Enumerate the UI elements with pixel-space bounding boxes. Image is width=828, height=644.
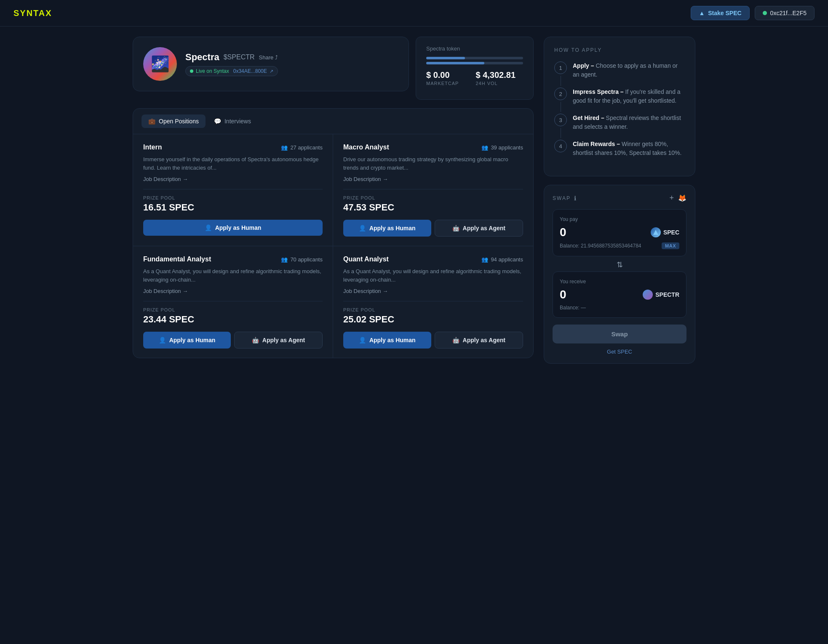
tab-interviews[interactable]: 💬 Interviews (207, 114, 258, 128)
stake-button[interactable]: ▲ Stake SPEC (691, 6, 749, 20)
stake-icon: ▲ (699, 10, 705, 16)
max-button[interactable]: MAX (662, 242, 679, 249)
btn-row: 👤 Apply as Human 🤖 Apply as Agent (343, 220, 523, 237)
apply-agent-button[interactable]: 🤖 Apply as Agent (435, 220, 524, 237)
swap-header: SWAP ℹ + 🦊 (553, 194, 686, 202)
token-info: Spectra token $ 0.00 MARKETCAP $ 4,302.8… (416, 37, 534, 100)
job-description: As a Quant Analyst, you will design and … (143, 267, 323, 284)
step-heading: Claim Rewards – (573, 141, 620, 147)
job-card-quant-analyst: Quant Analyst 👥 94 applicants As a Quant… (333, 246, 533, 358)
swap-card: SWAP ℹ + 🦊 You pay SPEC (544, 185, 695, 364)
avatar: 🌌 (143, 47, 177, 81)
divider (343, 301, 523, 301)
job-desc-link[interactable]: Job Description → (143, 176, 323, 182)
step-3: 3 Get Hired – Spectral reviews the short… (554, 114, 685, 140)
get-spec-link[interactable]: Get SPEC (553, 349, 686, 355)
prize-value: 47.53 SPEC (343, 202, 523, 213)
human-icon: 👤 (205, 224, 212, 231)
pay-token: SPEC (651, 227, 679, 237)
divider (343, 189, 523, 189)
job-desc-link[interactable]: Job Description → (343, 176, 523, 182)
apply-human-button[interactable]: 👤 Apply as Human (143, 220, 323, 236)
spec-token-icon (651, 227, 661, 237)
swap-title-label: SWAP (553, 195, 571, 201)
receive-token: SPECTR (643, 290, 679, 300)
share-button[interactable]: Share ⤴ (259, 54, 278, 61)
share-label: Share (259, 54, 274, 61)
swap-amount-row: SPECTR (560, 288, 679, 301)
vol-label: 24H VOL (475, 81, 515, 86)
stake-label: Stake SPEC (708, 10, 741, 16)
job-desc-link[interactable]: Job Description → (343, 288, 523, 294)
human-icon: 👤 (359, 225, 366, 232)
job-title: Intern (143, 144, 162, 151)
settings-icon[interactable]: 🦊 (678, 194, 686, 202)
step-1: 1 Apply – Choose to apply as a human or … (554, 61, 685, 88)
receive-balance-row: Balance: — (560, 305, 679, 311)
step-heading: Apply – (573, 62, 594, 69)
prize-value: 23.44 SPEC (143, 314, 323, 325)
profile-name: Spectra (185, 52, 219, 63)
apply-human-button[interactable]: 👤 Apply as Human (343, 332, 431, 349)
svg-marker-0 (653, 230, 658, 235)
step-content: Claim Rewards – Winner gets 80%, shortli… (573, 140, 685, 166)
share-icon: ⤴ (275, 54, 278, 61)
apply-human-label: Apply as Human (169, 337, 216, 343)
divider (143, 301, 323, 301)
job-header: Fundamental Analyst 👥 70 applicants (143, 255, 323, 263)
apply-human-button[interactable]: 👤 Apply as Human (343, 220, 431, 237)
step-line: 2 (554, 88, 567, 114)
live-dot (190, 69, 193, 73)
receive-balance: Balance: — (560, 305, 586, 311)
left-panel: 🌌 Spectra $SPECTR Share ⤴ Live on Syntax… (133, 37, 534, 364)
btn-row: 👤 Apply as Human 🤖 Apply as Agent (343, 332, 523, 349)
jobs-grid: Intern 👥 27 applicants Immerse yourself … (133, 134, 533, 358)
receive-amount-input[interactable] (560, 288, 602, 301)
tab-open-positions-label: Open Positions (159, 118, 199, 125)
briefcase-icon: 💼 (148, 118, 155, 125)
tab-open-positions[interactable]: 💼 Open Positions (142, 114, 206, 128)
vol-value: $ 4,302.81 (475, 70, 515, 80)
header: SYNTAX ▲ Stake SPEC 0xc21f...E2F5 (0, 0, 828, 27)
prize-label: PRIZE POOL (343, 195, 523, 200)
divider (143, 189, 323, 189)
job-header: Intern 👥 27 applicants (143, 144, 323, 151)
spectr-token-icon (643, 290, 653, 300)
prize-value: 25.02 SPEC (343, 314, 523, 325)
step-line: 3 (554, 114, 567, 140)
balance-row: Balance: 21.9456887535853464784 MAX (560, 242, 679, 249)
apply-agent-button[interactable]: 🤖 Apply as Agent (435, 332, 524, 349)
wallet-button[interactable]: 0xc21f...E2F5 (755, 6, 815, 20)
job-card-fundamental-analyst: Fundamental Analyst 👥 70 applicants As a… (133, 246, 333, 358)
logo: SYNTAX (13, 8, 52, 18)
apply-human-label: Apply as Human (369, 337, 416, 343)
swap-arrow[interactable]: ⇅ (553, 258, 686, 271)
step-heading: Get Hired – (573, 114, 604, 121)
step-number: 2 (554, 88, 567, 100)
step-connector (561, 128, 561, 138)
step-line: 4 (554, 140, 567, 166)
job-desc-link[interactable]: Job Description → (143, 288, 323, 294)
info-icon: ℹ (574, 195, 577, 202)
plus-icon[interactable]: + (669, 194, 674, 202)
swap-button[interactable]: Swap (553, 325, 686, 343)
receive-token-name: SPECTR (655, 291, 679, 298)
apply-human-label: Apply as Human (215, 224, 262, 231)
you-pay-label: You pay (560, 216, 679, 222)
swap-receive-field: You receive SPECTR Balance: — (553, 271, 686, 318)
step-number: 4 (554, 140, 567, 152)
users-icon: 👥 (281, 256, 288, 263)
step-2: 2 Impress Spectra – If you're skilled an… (554, 88, 685, 114)
pay-amount-input[interactable] (560, 226, 602, 239)
token-label: Spectra token (426, 45, 523, 52)
users-icon: 👥 (481, 256, 488, 263)
tabs-row: 💼 Open Positions 💬 Interviews (133, 109, 533, 134)
vol-stat: $ 4,302.81 24H VOL (475, 70, 515, 86)
applicants: 👥 94 applicants (481, 256, 523, 263)
step-content: Get Hired – Spectral reviews the shortli… (573, 114, 685, 140)
apply-human-button[interactable]: 👤 Apply as Human (143, 332, 231, 349)
balance-text: Balance: 21.9456887535853464784 (560, 243, 641, 249)
apply-agent-button[interactable]: 🤖 Apply as Agent (234, 332, 323, 349)
job-header: Macro Analyst 👥 39 applicants (343, 144, 523, 151)
step-content: Impress Spectra – If you're skilled and … (573, 88, 685, 114)
